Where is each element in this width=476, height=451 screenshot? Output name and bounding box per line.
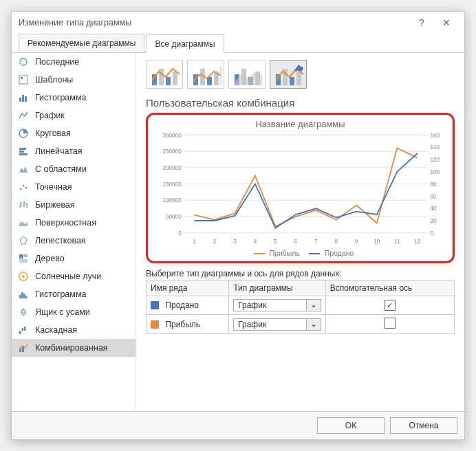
series-table: Имя ряда Тип диаграммы Вспомогательная о…: [146, 280, 455, 334]
svg-rect-21: [25, 296, 28, 298]
change-chart-type-dialog: Изменение типа диаграммы ? ✕ Рекомендуем…: [11, 11, 465, 440]
pie-icon: [17, 127, 30, 140]
svg-rect-13: [19, 254, 23, 258]
chart-legend: Прибыль Продано: [153, 249, 447, 257]
svg-text:200000: 200000: [163, 164, 182, 171]
svg-rect-30: [166, 77, 171, 85]
svg-text:250000: 250000: [163, 148, 182, 155]
combo-preset-1[interactable]: [146, 60, 183, 89]
sidebar-item-sunburst[interactable]: Солнечные лучи: [12, 267, 136, 285]
sidebar-item-recent[interactable]: Последние: [12, 53, 136, 71]
chevron-down-icon: ⌄: [306, 300, 321, 311]
chart-title: Название диаграммы: [153, 118, 447, 131]
sidebar-item-scatter[interactable]: Точечная: [12, 178, 136, 196]
svg-text:140: 140: [431, 144, 440, 151]
sidebar-item-label: Поверхностная: [35, 218, 96, 228]
sidebar-item-hbar[interactable]: Линейчатая: [12, 142, 136, 160]
combo-preset-2[interactable]: [187, 60, 224, 89]
svg-rect-0: [19, 76, 28, 84]
sidebar-item-histogram[interactable]: Гистограмма: [12, 285, 136, 303]
sidebar-item-radar[interactable]: Лепестковая: [12, 232, 136, 250]
cancel-button[interactable]: Отмена: [390, 417, 457, 434]
secondary-axis-checkbox[interactable]: [385, 318, 396, 329]
combo-preset-3[interactable]: [228, 60, 266, 89]
sidebar-item-label: Круговая: [35, 129, 71, 138]
svg-text:10: 10: [374, 237, 380, 244]
recent-icon: [17, 56, 30, 68]
col-chart-type: Тип диаграммы: [229, 280, 326, 296]
series-type-value: График: [234, 300, 306, 311]
sidebar-item-combo[interactable]: Комбинированная: [12, 339, 136, 357]
window-title: Изменение типа диаграммы: [19, 18, 131, 28]
radar-icon: [17, 234, 30, 247]
svg-rect-44: [296, 72, 301, 85]
svg-rect-25: [24, 327, 26, 331]
series-type-cell: График ⌄: [229, 296, 326, 315]
series-name-cell: Продано: [147, 296, 229, 315]
series-type-cell: График ⌄: [229, 315, 326, 334]
sidebar-item-pie[interactable]: Круговая: [12, 124, 136, 142]
sidebar-item-stock[interactable]: Биржевая: [12, 196, 136, 214]
sidebar-item-label: График: [35, 111, 65, 120]
svg-rect-43: [290, 77, 294, 85]
series-prompt: Выберите тип диаграммы и ось для рядов д…: [146, 269, 455, 278]
sidebar-item-label: Ящик с усами: [35, 307, 90, 317]
sidebar-item-boxplot[interactable]: Ящик с усами: [12, 303, 136, 321]
legend-swatch-sold: [309, 253, 320, 254]
svg-rect-8: [19, 153, 28, 155]
tree-icon: [17, 252, 30, 265]
tab-recommended[interactable]: Рекомендуемые диаграммы: [19, 34, 144, 52]
chart-preview: 0500001000001500002000002500003000000204…: [153, 131, 447, 248]
sidebar-item-surface[interactable]: Поверхностная: [12, 214, 136, 232]
legend-swatch-profit: [254, 253, 265, 254]
subtype-row: [146, 60, 455, 89]
sidebar-item-line[interactable]: График: [12, 107, 136, 124]
ok-button[interactable]: ОК: [317, 417, 385, 434]
sidebar-item-templates[interactable]: Шаблоны: [12, 71, 136, 89]
close-button[interactable]: ✕: [434, 17, 459, 28]
area-icon: [17, 163, 30, 175]
svg-text:4: 4: [254, 237, 257, 244]
svg-text:120: 120: [431, 156, 440, 163]
svg-text:8: 8: [335, 237, 338, 244]
svg-text:40: 40: [431, 205, 437, 212]
secondary-axis-cell: ✓: [325, 296, 454, 315]
combo-custom[interactable]: [270, 60, 307, 89]
bar-icon: [17, 91, 30, 104]
svg-rect-20: [23, 294, 25, 298]
sidebar-item-waterfall[interactable]: Каскадная: [12, 321, 136, 339]
sidebar-item-label: Линейчатая: [35, 146, 83, 156]
svg-rect-31: [173, 72, 177, 85]
svg-rect-3: [22, 95, 24, 102]
svg-text:160: 160: [431, 131, 440, 138]
svg-text:50000: 50000: [166, 213, 182, 220]
series-type-dropdown[interactable]: График ⌄: [233, 299, 321, 311]
sidebar-item-label: Лепестковая: [35, 236, 86, 245]
secondary-axis-cell: [325, 315, 454, 334]
sidebar-item-label: Гистограмма: [35, 93, 86, 102]
col-series-name: Имя ряда: [147, 280, 229, 296]
series-type-dropdown[interactable]: График ⌄: [233, 318, 321, 331]
boxplot-icon: [17, 306, 30, 318]
sidebar-item-tree[interactable]: Дерево: [12, 250, 136, 267]
svg-rect-15: [19, 259, 28, 263]
section-title: Пользовательская комбинация: [146, 97, 455, 109]
help-button[interactable]: ?: [409, 17, 434, 28]
sidebar-item-bar[interactable]: Гистограмма: [12, 89, 136, 107]
svg-text:2: 2: [213, 237, 217, 244]
secondary-axis-checkbox[interactable]: ✓: [385, 300, 396, 311]
sidebar-item-label: Каскадная: [35, 325, 77, 335]
svg-rect-6: [19, 148, 26, 150]
sidebar-item-label: Точечная: [35, 182, 72, 192]
scatter-icon: [17, 181, 30, 193]
tab-label: Все диаграммы: [155, 39, 215, 49]
chart-type-sidebar: Последние Шаблоны Гистограмма График Кру…: [12, 53, 136, 411]
svg-rect-2: [19, 98, 21, 102]
sidebar-item-area[interactable]: С областями: [12, 160, 136, 178]
svg-text:3: 3: [233, 237, 237, 244]
svg-marker-12: [20, 236, 27, 244]
svg-text:100: 100: [431, 168, 440, 175]
tab-all-charts[interactable]: Все диаграммы: [146, 34, 224, 53]
chevron-down-icon: ⌄: [306, 319, 321, 330]
series-color-chip: [151, 301, 159, 309]
